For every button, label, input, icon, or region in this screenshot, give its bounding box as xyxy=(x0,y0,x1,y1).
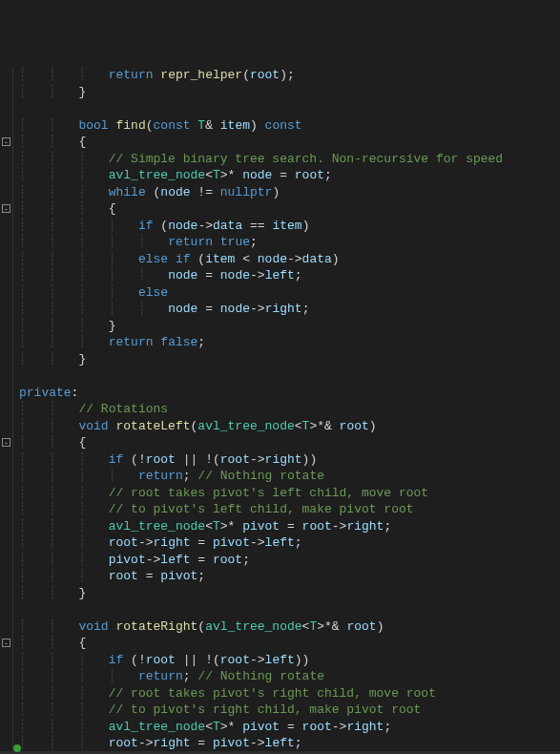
code-line[interactable]: ┊ ┊ ┊ // root takes pivot's left child, … xyxy=(19,485,560,502)
code-line[interactable]: ┊ ┊ ┊ // root takes pivot's right child,… xyxy=(19,685,560,702)
code-line[interactable]: ┊ ┊ ┊ { xyxy=(19,200,560,218)
status-indicator-icon xyxy=(13,744,21,752)
code-line[interactable]: ┊ ┊ { xyxy=(19,134,560,151)
code-line[interactable] xyxy=(19,100,560,117)
code-line[interactable]: ┊ ┊ ┊ pivot->left = root; xyxy=(19,552,560,569)
code-line[interactable] xyxy=(19,601,560,618)
code-line[interactable]: ┊ ┊ ┊ if (!root || !(root->right)) xyxy=(19,451,560,469)
code-line[interactable]: ┊ ┊ ┊ ┊ if (node->data == item) xyxy=(19,218,560,235)
code-line[interactable]: ┊ ┊ ┊ return false; xyxy=(19,334,560,351)
code-line[interactable]: ┊ ┊ } xyxy=(19,585,560,602)
code-editor[interactable]: ---- ┊ ┊ ┊ return repr_helper(root);┊ ┊ … xyxy=(0,67,560,754)
fold-gutter[interactable]: ---- xyxy=(0,67,13,754)
code-line[interactable]: ┊ ┊ ┊ ┊ else xyxy=(19,284,560,302)
code-line[interactable] xyxy=(19,367,560,385)
code-line[interactable]: private: xyxy=(19,385,560,402)
code-line[interactable]: ┊ ┊ // Rotations xyxy=(19,401,560,418)
code-line[interactable]: ┊ ┊ ┊ ┊ else if (item < node->data) xyxy=(19,251,560,268)
code-line[interactable]: ┊ ┊ ┊ root->right = pivot->left; xyxy=(19,534,560,552)
code-line[interactable]: ┊ ┊ ┊ // to pivot's left child, make piv… xyxy=(19,501,560,518)
code-line[interactable]: ┊ ┊ } xyxy=(19,84,560,101)
code-line[interactable]: ┊ ┊ ┊ // Simple binary tree search. Non-… xyxy=(19,151,560,168)
code-line[interactable]: ┊ ┊ ┊ while (node != nullptr) xyxy=(19,184,560,201)
code-line[interactable]: ┊ ┊ { xyxy=(19,635,560,652)
fold-toggle-icon[interactable]: - xyxy=(2,204,10,213)
code-line[interactable]: ┊ ┊ ┊ avl_tree_node<T>* pivot = root->ri… xyxy=(19,518,560,535)
code-line[interactable]: ┊ ┊ ┊ root = pivot; xyxy=(19,568,560,585)
code-line[interactable]: ┊ ┊ ┊ return repr_helper(root); xyxy=(19,67,560,84)
code-line[interactable]: ┊ ┊ ┊ ┊ ┊ node = node->right; xyxy=(19,301,560,318)
code-line[interactable]: ┊ ┊ { xyxy=(19,434,560,451)
code-line[interactable]: ┊ ┊ ┊ ┊ return; // Nothing rotate xyxy=(19,468,560,485)
code-line[interactable]: ┊ ┊ void rotateRight(avl_tree_node<T>*& … xyxy=(19,618,560,636)
code-line[interactable]: ┊ ┊ ┊ avl_tree_node<T>* pivot = root->ri… xyxy=(19,719,560,736)
fold-toggle-icon[interactable]: - xyxy=(2,137,10,146)
code-line[interactable]: ┊ ┊ } xyxy=(19,351,560,368)
code-area[interactable]: ┊ ┊ ┊ return repr_helper(root);┊ ┊ }┊ ┊ … xyxy=(13,67,560,754)
code-line[interactable]: ┊ ┊ ┊ if (!root || !(root->left)) xyxy=(19,652,560,669)
code-line[interactable]: ┊ ┊ ┊ root->right = pivot->left; xyxy=(19,735,560,752)
code-line[interactable]: ┊ ┊ void rotateLeft(avl_tree_node<T>*& r… xyxy=(19,418,560,435)
code-line[interactable]: ┊ ┊ bool find(const T& item) const xyxy=(19,117,560,135)
code-line[interactable]: ┊ ┊ ┊ avl_tree_node<T>* node = root; xyxy=(19,167,560,184)
code-line[interactable]: ┊ ┊ ┊ ┊ ┊ return true; xyxy=(19,234,560,251)
code-line[interactable]: ┊ ┊ ┊ // to pivot's right child, make pi… xyxy=(19,702,560,719)
code-line[interactable]: ┊ ┊ ┊ ┊ return; // Nothing rotate xyxy=(19,668,560,685)
fold-toggle-icon[interactable]: - xyxy=(2,639,10,647)
code-line[interactable]: ┊ ┊ ┊ } xyxy=(19,318,560,335)
code-line[interactable]: ┊ ┊ ┊ ┊ ┊ node = node->left; xyxy=(19,267,560,284)
fold-toggle-icon[interactable]: - xyxy=(2,438,10,447)
